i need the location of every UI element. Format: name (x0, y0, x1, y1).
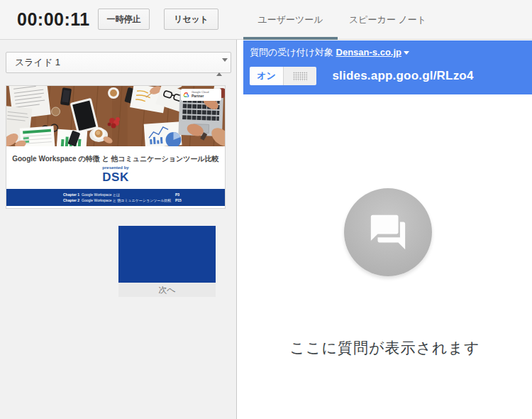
current-slide-thumbnail: Google Cloud Partner Google Workspace の特… (6, 85, 226, 209)
slide-selector[interactable]: スライド 1 (6, 52, 231, 73)
chapter-page: P15 (175, 197, 182, 203)
qa-header: 質問の受け付け対象 Densan-s.co.jp オン slides.app.g… (243, 40, 532, 94)
chapter-title: Google Workspace とは (82, 192, 175, 197)
chapter-bar: Chapter 1 Google Workspace とは P3 Chapter… (6, 189, 225, 206)
qa-empty-message: ここに質問が表示されます (238, 338, 532, 358)
slide-control-panel: スライド 1 (0, 40, 237, 419)
tab-speaker-notes[interactable]: スピーカー ノート (338, 0, 438, 40)
pause-button[interactable]: 一時停止 (98, 9, 150, 30)
timer-display: 00:00:11 (17, 9, 90, 30)
chapter-label: Chapter 1 (63, 192, 82, 197)
panel-tabs: ユーザーツール スピーカー ノート (243, 0, 438, 40)
next-slide-label: 次へ (118, 283, 216, 297)
partner-badge: Google Cloud Partner (181, 89, 221, 101)
badge-line2: Partner (192, 94, 220, 98)
tab-audience-tools[interactable]: ユーザーツール (243, 0, 338, 40)
next-slide-button[interactable]: 次へ (118, 226, 216, 297)
forum-chat-icon (367, 212, 409, 253)
chapter-row: Chapter 1 Google Workspace とは P3 (6, 192, 225, 197)
qa-on-toggle[interactable]: オン (250, 67, 283, 85)
presenter-view: 00:00:11 一時停止 リセット ユーザーツール スピーカー ノート スライ… (0, 0, 532, 419)
qa-empty-illustration (344, 188, 432, 276)
qa-audience-dropdown[interactable]: Densan-s.co.jp (336, 47, 401, 58)
dsk-logo: DSK (6, 170, 225, 185)
next-slide-thumbnail (118, 226, 216, 283)
chapter-page: P3 (175, 192, 179, 197)
reset-button[interactable]: リセット (164, 9, 218, 30)
qa-toggle-control: オン (250, 67, 316, 85)
dot-grid-icon (293, 72, 307, 81)
audience-tools-panel: 質問の受け付け対象 Densan-s.co.jp オン slides.app.g… (238, 40, 532, 419)
tab-audience-tools-label: ユーザーツール (257, 13, 323, 26)
google-cloud-logo-icon (182, 91, 190, 99)
presented-by-text: presented by (6, 165, 225, 170)
top-bar: 00:00:11 一時停止 リセット ユーザーツール スピーカー ノート (0, 0, 532, 40)
chevron-down-icon[interactable] (404, 51, 409, 55)
qa-audience-row: 質問の受け付け対象 Densan-s.co.jp (250, 46, 409, 59)
chapter-row: Chapter 2 Google Workspace と 他コミュニケーションツ… (6, 197, 225, 203)
tab-speaker-notes-label: スピーカー ノート (349, 13, 426, 26)
qa-audience-label: 質問の受け付け対象 (250, 47, 333, 58)
slide-title: Google Workspace の特徴 と 他コミュニケーションツール比較 (6, 154, 225, 164)
chapter-label: Chapter 2 (63, 197, 82, 203)
qa-short-url: slides.app.goo.gl/RLzo4 (321, 69, 484, 83)
qa-grid-toggle[interactable] (283, 67, 316, 85)
selector-arrows-icon (216, 58, 223, 77)
chapter-title: Google Workspace と 他コミュニケーションツール比較 (82, 197, 175, 203)
slide-selector-value: スライド 1 (15, 57, 60, 67)
